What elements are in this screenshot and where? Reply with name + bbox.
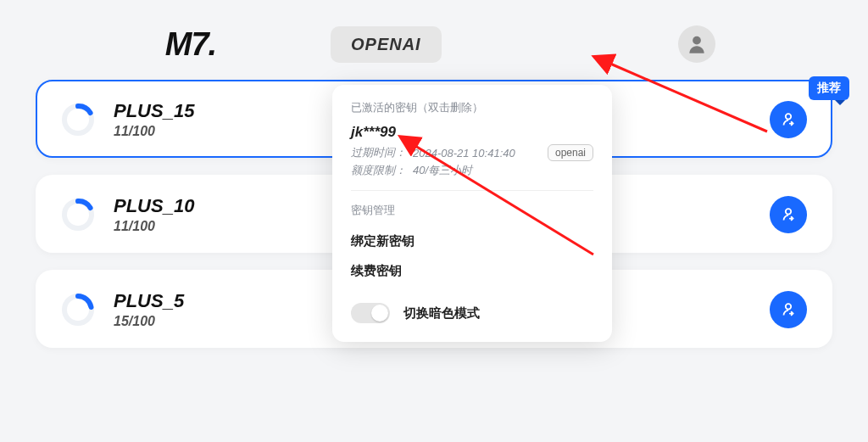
expire-label: 过期时间：: [351, 145, 406, 160]
account-popover: 已激活的密钥（双击删除） jk***99 过期时间： 2024-08-21 10…: [332, 85, 612, 342]
popover-section-manage: 密钥管理: [351, 203, 593, 218]
switch-user-button[interactable]: [770, 196, 807, 233]
dark-mode-toggle[interactable]: [351, 303, 390, 323]
model-pill[interactable]: OPENAI: [331, 26, 442, 63]
provider-tag: openai: [548, 144, 593, 161]
progress-spinner: [61, 293, 95, 327]
expire-value: 2024-08-21 10:41:40: [413, 147, 541, 159]
divider: [351, 190, 593, 191]
limit-label: 额度限制：: [351, 163, 406, 178]
progress-spinner: [61, 198, 95, 232]
bind-new-key-item[interactable]: 绑定新密钥: [351, 227, 593, 256]
user-switch-icon: [779, 205, 798, 224]
user-switch-icon: [779, 110, 798, 129]
avatar[interactable]: [678, 25, 715, 63]
user-switch-icon: [779, 300, 798, 319]
progress-spinner: [61, 103, 95, 137]
dark-mode-label: 切换暗色模式: [403, 305, 480, 322]
svg-point-6: [786, 304, 791, 309]
svg-point-0: [693, 36, 701, 45]
moon-icon: [371, 305, 388, 322]
active-key-name[interactable]: jk***99: [351, 124, 593, 141]
header: M7. OPENAI: [0, 0, 868, 80]
svg-point-2: [786, 114, 791, 119]
svg-point-4: [786, 209, 791, 214]
popover-section-active: 已激活的密钥（双击删除）: [351, 100, 593, 115]
user-icon: [686, 33, 708, 55]
limit-value: 40/每三小时: [413, 163, 593, 178]
switch-user-button[interactable]: [770, 291, 807, 328]
recommend-badge: 推荐: [809, 76, 849, 100]
renew-key-item[interactable]: 续费密钥: [351, 256, 593, 286]
logo: M7.: [51, 26, 331, 63]
switch-user-button[interactable]: [770, 101, 807, 138]
